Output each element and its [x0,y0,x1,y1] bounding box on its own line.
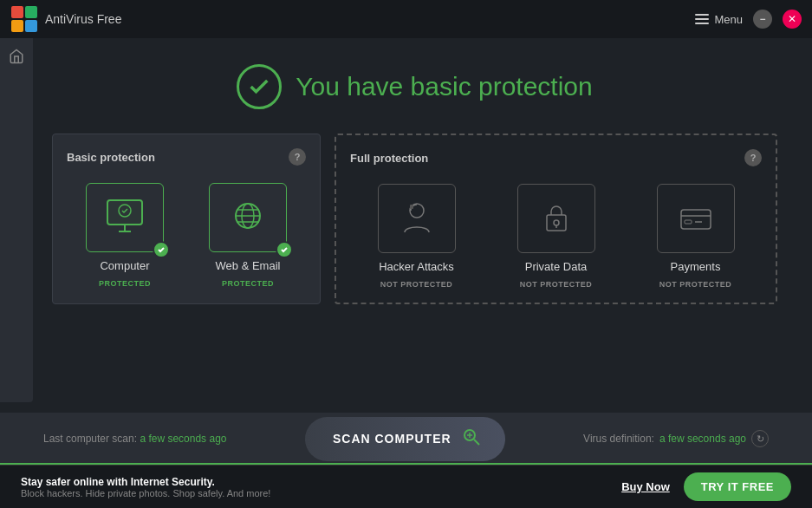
full-panel-help[interactable]: ? [744,149,762,166]
hacker-attacks-item[interactable]: Hacker Attacks NOT PROTECTED [350,184,483,289]
computer-status: PROTECTED [99,279,151,288]
last-scan-info: Last computer scan: a few seconds ago [43,433,226,445]
banner-text: Stay safer online with Internet Security… [21,476,270,498]
virus-def-info: Virus definition: a few seconds ago ↻ [583,430,769,447]
computer-item[interactable]: Computer PROTECTED [67,183,183,288]
sidebar [0,38,33,402]
title-bar-right: Menu − ✕ [695,10,802,29]
scan-button-label: SCAN COMPUTER [333,432,451,446]
last-scan-value: a few seconds ago [140,433,226,445]
avg-logo [10,5,38,33]
bottom-banner: Stay safer online with Internet Security… [0,465,812,508]
payments-item[interactable]: Payments NOT PROTECTED [629,184,762,289]
menu-button[interactable]: Menu [695,13,743,26]
banner-actions: Buy Now TRY IT FREE [621,472,791,501]
hamburger-icon [695,14,709,24]
status-icon [237,64,282,109]
computer-icon-container [86,183,164,252]
virus-def-value: a few seconds ago [659,433,746,445]
payments-label: Payments [671,260,721,273]
header-title: You have basic protection [296,72,592,101]
svg-rect-1 [25,6,37,18]
panels-container: Basic protection ? [52,134,777,304]
svg-rect-17 [681,210,711,229]
web-email-protected-badge [276,241,293,258]
svg-rect-19 [685,220,692,224]
basic-panel-title: Basic protection [67,151,155,164]
banner-subtitle: Block hackers. Hide private photos. Shop… [21,488,270,498]
buy-now-link[interactable]: Buy Now [621,480,670,493]
basic-panel-help[interactable]: ? [289,148,306,166]
close-button[interactable]: ✕ [783,10,802,29]
web-email-status: PROTECTED [222,279,274,288]
scan-computer-button[interactable]: SCAN COMPUTER [305,417,505,461]
private-data-item[interactable]: Private Data NOT PROTECTED [490,184,622,289]
main-content: You have basic protection Basic protecti… [0,38,812,304]
app-title: AntiVirus Free [45,12,121,26]
payments-status: NOT PROTECTED [659,280,732,289]
svg-point-15 [554,220,559,225]
computer-label: Computer [100,259,149,272]
svg-rect-0 [11,6,23,18]
virus-def-label: Virus definition: [583,433,654,445]
private-data-label: Private Data [525,260,588,273]
last-scan-label: Last computer scan: [43,433,137,445]
web-email-icon-container [209,183,287,252]
svg-rect-13 [410,205,413,209]
full-panel-header: Full protection ? [350,149,762,166]
payments-icon-container [657,184,735,253]
full-protection-panel: Full protection ? Hacker Attacks [335,134,777,304]
home-icon[interactable] [9,49,24,68]
svg-rect-3 [25,20,37,32]
header-section: You have basic protection [52,64,777,109]
refresh-icon[interactable]: ↻ [751,430,769,447]
svg-rect-14 [547,215,566,231]
computer-protected-badge [153,241,170,258]
basic-panel-header: Basic protection ? [67,148,306,166]
full-panel-title: Full protection [350,152,428,165]
scan-icon [462,427,481,451]
try-free-button[interactable]: TRY IT FREE [684,472,791,501]
hacker-attacks-icon-container [378,184,456,253]
hacker-attacks-label: Hacker Attacks [379,260,454,273]
svg-rect-2 [11,20,23,32]
scan-bar: Last computer scan: a few seconds ago SC… [0,413,812,465]
hacker-attacks-status: NOT PROTECTED [380,280,453,289]
minimize-button[interactable]: − [753,10,772,29]
web-email-label: Web & Email [216,259,281,272]
private-data-status: NOT PROTECTED [520,280,593,289]
full-panel-items: Hacker Attacks NOT PROTECTED Private Dat… [350,184,762,289]
banner-title: Stay safer online with Internet Security… [21,476,270,488]
title-bar-left: AntiVirus Free [10,5,121,33]
web-email-item[interactable]: Web & Email PROTECTED [190,183,306,288]
basic-protection-panel: Basic protection ? [52,134,321,304]
private-data-icon-container [517,184,595,253]
basic-panel-items: Computer PROTECTED [67,183,306,288]
svg-line-22 [474,440,479,445]
title-bar: AntiVirus Free Menu − ✕ [0,0,812,38]
